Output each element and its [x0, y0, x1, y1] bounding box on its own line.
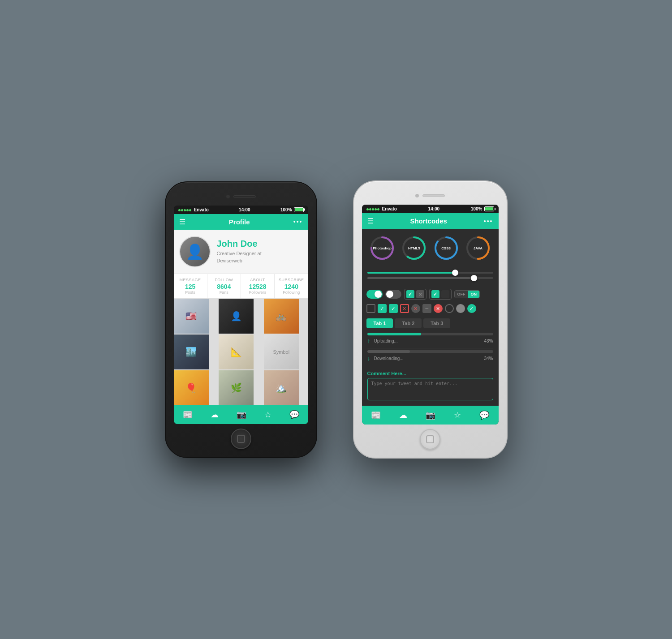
battery-icon [294, 207, 304, 212]
ring-java: JAVA [465, 235, 491, 261]
toggles-row: ✓ ✕ ✓ OFF ON [362, 286, 499, 302]
slider-2-thumb[interactable] [471, 275, 477, 281]
photo-9[interactable]: 🏔️ [264, 370, 299, 405]
checkbox-teal-1[interactable]: ✓ [406, 290, 414, 298]
signal-dots-right [366, 206, 380, 211]
photo-3-content: 🚲 [264, 299, 299, 334]
hamburger-icon-right[interactable]: ☰ [367, 217, 374, 225]
avatar: 👤 [179, 236, 211, 267]
slider-2-fill [367, 277, 474, 279]
checks-row: ✓ ✓ ✕ ✕ − ✕ ✓ [362, 302, 499, 315]
upload-bar-fill [367, 333, 422, 335]
photo-4[interactable]: 🏙️ [174, 335, 209, 369]
photo-8[interactable]: 🌿 [219, 370, 254, 405]
home-button-right[interactable] [420, 429, 440, 450]
tab-camera-right-icon[interactable]: 📷 [426, 410, 435, 420]
tab-news-icon[interactable]: 📰 [183, 410, 193, 420]
tab-cloud-right-icon[interactable]: ☁ [399, 410, 407, 420]
photo-9-content: 🏔️ [264, 370, 299, 405]
tab-2[interactable]: Tab 2 [395, 318, 422, 328]
status-time: 14:00 [239, 207, 250, 212]
stat-follow[interactable]: Follow 8604 Fans [207, 274, 241, 298]
onoff-off-label[interactable]: OFF [455, 291, 468, 298]
chk-x-red-1[interactable]: ✕ [400, 304, 409, 313]
tab-star-right-icon[interactable]: ☆ [454, 410, 461, 420]
photo-1-content: 🇺🇸 [174, 299, 209, 334]
comment-label: Comment Here... [367, 371, 493, 376]
slider-2-track[interactable] [367, 277, 493, 279]
stat-message[interactable]: Message 125 Posts [174, 274, 207, 298]
left-tab-bar: 📰 ☁ 📷 ☆ 💬 [174, 405, 308, 424]
tab-cloud-icon[interactable]: ☁ [211, 410, 219, 420]
home-button-left[interactable] [231, 429, 251, 449]
chk-circle-empty-1[interactable] [445, 304, 454, 313]
upload-info: ↑ Uploading... 43% [367, 337, 493, 344]
photo-5-content: 📐 [219, 335, 254, 369]
profile-content: 👤 John Doe Creative Designer atDeviserwe… [174, 230, 308, 405]
slider-1-track[interactable] [367, 272, 493, 274]
chk-minus-1[interactable]: − [422, 304, 431, 313]
battery-percent: 100% [280, 207, 292, 212]
onoff-on-label[interactable]: ON [468, 291, 480, 298]
nav-title-right: Shortcodes [374, 217, 484, 225]
download-bar-fill [367, 350, 410, 353]
tab-news-right-icon[interactable]: 📰 [371, 410, 381, 420]
photo-4-content: 🏙️ [174, 335, 209, 369]
home-button-inner-right [426, 435, 434, 443]
stat-about[interactable]: About 12528 Followers [241, 274, 275, 298]
left-screen: Envato 14:00 100% ☰ Profile ••• 👤 [174, 206, 308, 424]
chk-empty-1[interactable] [366, 304, 375, 313]
right-screen: Envato 14:00 100% ☰ Shortcodes ••• [362, 205, 499, 425]
upload-label: Uploading... [374, 339, 398, 343]
slider-1-thumb[interactable] [452, 270, 458, 276]
more-options-icon-right[interactable]: ••• [484, 218, 493, 225]
tab-3[interactable]: Tab 3 [423, 318, 450, 328]
tab-1[interactable]: Tab 1 [366, 318, 393, 328]
right-tab-bar: 📰 ☁ 📷 ☆ 💬 [362, 406, 499, 425]
tab-chat-icon[interactable]: 💬 [289, 410, 299, 420]
stat-subscribe[interactable]: Subscribe 1240 Following [275, 274, 308, 298]
stat-sub-3: Followers [243, 290, 272, 295]
chk-teal-1[interactable]: ✓ [378, 304, 387, 313]
profile-name: John Doe [217, 239, 262, 249]
right-nav-bar: ☰ Shortcodes ••• [362, 213, 499, 229]
upload-progress-wrap: ↑ Uploading... 43% [367, 333, 493, 344]
stat-sub-4: Following [276, 290, 306, 295]
tab-star-icon[interactable]: ☆ [264, 410, 271, 420]
photo-6[interactable]: Symbol [264, 335, 299, 369]
status-right: 100% [280, 207, 304, 212]
photo-5[interactable]: 📐 [219, 335, 254, 369]
checkbox-dark-2[interactable] [441, 290, 449, 298]
toggle-1-knob [375, 291, 382, 298]
ring-label-css3: CSS3 [433, 246, 459, 250]
photo-2[interactable]: 👤 [219, 299, 254, 334]
profile-header: 👤 John Doe Creative Designer atDeviserwe… [174, 230, 308, 274]
upload-bar-bg [367, 333, 493, 335]
checkbox-gray-1[interactable]: ✕ [416, 290, 424, 298]
battery-fill [295, 208, 303, 211]
ring-container-java: JAVA [465, 235, 491, 261]
chk-x2-1[interactable]: ✕ [434, 304, 443, 313]
phone-top-left [226, 190, 256, 203]
photo-7[interactable]: 🎈 [174, 370, 209, 405]
right-phone-bottom [420, 429, 440, 450]
checkbox-teal-2[interactable]: ✓ [431, 290, 439, 298]
hamburger-icon[interactable]: ☰ [179, 218, 185, 226]
toggle-2[interactable] [385, 290, 401, 299]
chk-circle-teal-1[interactable]: ✓ [467, 304, 476, 313]
checkbox-group-1[interactable]: ✓ ✕ [404, 289, 426, 300]
comment-input[interactable] [367, 378, 493, 400]
chk-x-gray-1[interactable]: ✕ [411, 304, 420, 313]
checkbox-group-2[interactable]: ✓ [429, 289, 452, 300]
chk-teal-2[interactable]: ✓ [389, 304, 398, 313]
tab-camera-icon[interactable]: 📷 [237, 410, 246, 420]
toggle-1[interactable] [366, 290, 383, 299]
ring-html5: HTML5 [401, 235, 427, 261]
photo-3[interactable]: 🚲 [264, 299, 299, 334]
more-options-icon[interactable]: ••• [293, 218, 303, 225]
photo-2-content: 👤 [219, 299, 254, 334]
tab-chat-right-icon[interactable]: 💬 [479, 410, 489, 420]
chk-circle-gray-1[interactable] [456, 304, 465, 313]
photo-1[interactable]: 🇺🇸 [174, 299, 209, 334]
onoff-toggle[interactable]: OFF ON [454, 290, 480, 298]
